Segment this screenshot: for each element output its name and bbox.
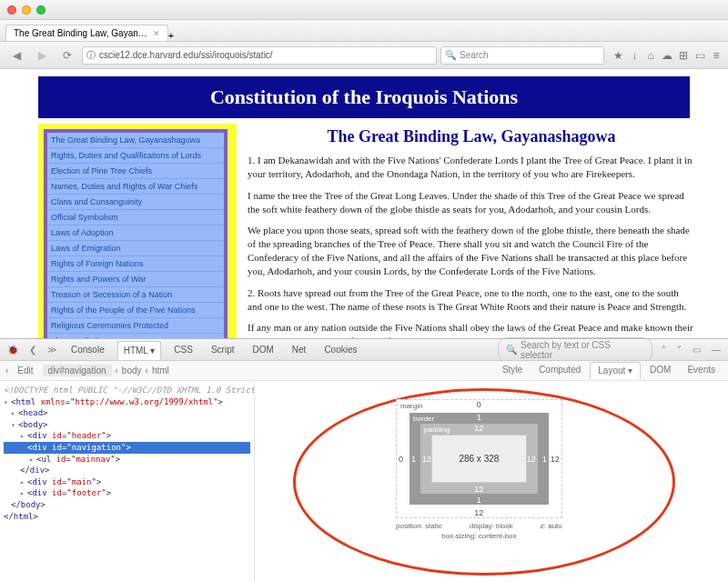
inspect-icon[interactable]: ❮ bbox=[27, 345, 38, 355]
breadcrumb: div#navigation ‹ body ‹ html bbox=[43, 365, 169, 376]
menu-icon[interactable]: ≡ bbox=[710, 49, 723, 62]
devtools-sub-bar: ‹ Edit div#navigation ‹ body ‹ html Styl… bbox=[0, 361, 728, 381]
search-input[interactable]: 🔍 Search bbox=[440, 46, 604, 65]
html-source-tree[interactable]: <!DOCTYPE html PUBLIC "-//W3C//DTD XHTML… bbox=[0, 381, 255, 581]
bookmark-icon[interactable]: ★ bbox=[612, 49, 624, 62]
tab-css[interactable]: CSS bbox=[168, 341, 198, 358]
home-icon[interactable]: ⌂ bbox=[644, 49, 657, 62]
close-tab-icon[interactable]: ✕ bbox=[153, 29, 160, 38]
side-tab-dom[interactable]: DOM bbox=[642, 362, 678, 379]
sidebar-item[interactable]: Rights of Foreign Nations bbox=[47, 256, 224, 272]
firebug-icon[interactable]: 🐞 bbox=[5, 345, 20, 355]
tab-dom[interactable]: DOM bbox=[247, 341, 278, 358]
sidebar-item[interactable]: Rights and Powers of War bbox=[47, 272, 224, 287]
tab-cookies[interactable]: Cookies bbox=[318, 341, 362, 358]
minimize-window-button[interactable] bbox=[22, 5, 31, 15]
box-model-diagram: margin 0 12 12 0 border 1 1 1 1 padding … bbox=[396, 399, 562, 540]
chevron-left-icon[interactable]: ‹ bbox=[5, 366, 8, 376]
page-heading: The Great Binding Law, Gayanashagowa bbox=[248, 127, 695, 146]
search-icon: 🔍 bbox=[445, 50, 456, 60]
forward-button[interactable]: ▶ bbox=[31, 46, 53, 65]
side-tab-computed[interactable]: Computed bbox=[531, 362, 588, 379]
search-placeholder: Search bbox=[460, 50, 489, 60]
sidebar-item[interactable]: The Great Binding Law, Gayanashagowa bbox=[47, 133, 224, 148]
main-content: The Great Binding Law, Gayanashagowa 1. … bbox=[248, 124, 715, 338]
tab-net[interactable]: Net bbox=[287, 341, 312, 358]
edit-button[interactable]: Edit bbox=[17, 366, 33, 376]
sidebar-highlight-margin: The Great Binding Law, GayanashagowaRigh… bbox=[38, 124, 237, 338]
crumb-div[interactable]: div#navigation bbox=[43, 365, 112, 376]
chevron-icon[interactable]: ≫ bbox=[46, 345, 58, 355]
devtools-panel: 🐞 ❮ ≫ Console HTML ▾ CSS Script DOM Net … bbox=[0, 338, 728, 581]
sidebar-item[interactable]: Religious Ceremonies Protected bbox=[47, 318, 224, 334]
sidebar-item[interactable]: Names, Duties and Rights of War Chiefs bbox=[47, 179, 224, 195]
sidebar-item[interactable]: Laws of Emigration bbox=[47, 241, 224, 256]
layout-panel: margin 0 12 12 0 border 1 1 1 1 padding … bbox=[255, 381, 728, 581]
window-controls bbox=[7, 5, 46, 15]
reload-button[interactable]: ⟳ bbox=[56, 46, 78, 65]
navigation-sidebar: The Great Binding Law, GayanashagowaRigh… bbox=[44, 129, 228, 338]
crumb-html[interactable]: html bbox=[152, 366, 169, 376]
paragraph: We place you upon those seats, spread so… bbox=[248, 224, 695, 277]
paragraph: If any man or any nation outside the Fiv… bbox=[248, 321, 695, 338]
zoom-window-button[interactable] bbox=[36, 5, 46, 15]
sidebar-item[interactable]: Rights, Duties and Qualifications of Lor… bbox=[47, 148, 224, 164]
cloud-icon[interactable]: ☁ bbox=[661, 49, 673, 62]
chevron-down-icon[interactable]: ˅ bbox=[675, 345, 683, 355]
page-viewport: Constitution of the Iroquois Nations The… bbox=[0, 69, 728, 338]
back-button[interactable]: ◀ bbox=[5, 46, 27, 65]
paragraph: 2. Roots have spread out from the Tree o… bbox=[248, 286, 695, 314]
devtools-tab-bar: 🐞 ❮ ≫ Console HTML ▾ CSS Script DOM Net … bbox=[0, 339, 728, 361]
close-window-button[interactable] bbox=[7, 5, 16, 15]
sidebar-item[interactable]: Treason or Secession of a Nation bbox=[47, 287, 224, 303]
browser-toolbar: ◀ ▶ ⟳ ⓘ cscie12.dce.harvard.edu/ssi/iroq… bbox=[0, 42, 728, 69]
paragraph: 1. I am Dekanawidah and with the Five Na… bbox=[248, 154, 695, 181]
chevron-up-icon[interactable]: ˄ bbox=[660, 345, 668, 355]
search-icon: 🔍 bbox=[506, 345, 517, 355]
tab-script[interactable]: Script bbox=[206, 341, 240, 358]
browser-tab[interactable]: The Great Binding Law, Gayan… ✕ bbox=[5, 25, 168, 41]
browser-tab-bar: The Great Binding Law, Gayan… ✕ + bbox=[0, 20, 728, 42]
sidebar-item[interactable]: Laws of Adoption bbox=[47, 225, 224, 241]
sidebar-item[interactable]: Rights of the People of the Five Nations bbox=[47, 303, 224, 318]
paragraph: I name the tree the Tree of the Great Lo… bbox=[248, 189, 695, 216]
selected-node[interactable]: ▾<div id="navigation"> bbox=[4, 442, 250, 454]
devtools-search[interactable]: 🔍 Search by text or CSS selector bbox=[498, 337, 652, 363]
sidebar-item[interactable]: Official Symbolism bbox=[47, 210, 224, 225]
side-tab-style[interactable]: Style bbox=[495, 362, 530, 379]
tab-console[interactable]: Console bbox=[66, 341, 110, 358]
toolbar-icons: ★ ↓ ⌂ ☁ ⊞ ▭ ≡ bbox=[612, 49, 723, 62]
side-tab-events[interactable]: Events bbox=[680, 362, 723, 379]
url-input[interactable]: ⓘ cscie12.dce.harvard.edu/ssi/iroquois/s… bbox=[82, 46, 437, 65]
window-titlebar bbox=[0, 0, 728, 20]
rect-icon[interactable]: ▭ bbox=[693, 49, 706, 62]
url-text: cscie12.dce.harvard.edu/ssi/iroquois/sta… bbox=[99, 50, 273, 60]
grid-icon[interactable]: ⊞ bbox=[677, 49, 690, 62]
tab-title: The Great Binding Law, Gayan… bbox=[14, 28, 147, 38]
side-tab-layout[interactable]: Layout ▾ bbox=[590, 362, 641, 379]
minimize-icon[interactable]: — bbox=[710, 345, 723, 355]
crumb-body[interactable]: body bbox=[122, 366, 142, 376]
sidebar-item[interactable]: Clans and Consanguinity bbox=[47, 195, 224, 210]
sidebar-item[interactable]: Election of Pine Tree Chiefs bbox=[47, 164, 224, 179]
download-icon[interactable]: ↓ bbox=[628, 49, 641, 62]
window-icon[interactable]: ▭ bbox=[691, 345, 703, 355]
box-content-size: 286 x 328 bbox=[431, 435, 527, 483]
page-banner: Constitution of the Iroquois Nations bbox=[38, 76, 690, 118]
new-tab-button[interactable]: + bbox=[168, 30, 174, 41]
tab-html[interactable]: HTML ▾ bbox=[117, 341, 162, 360]
